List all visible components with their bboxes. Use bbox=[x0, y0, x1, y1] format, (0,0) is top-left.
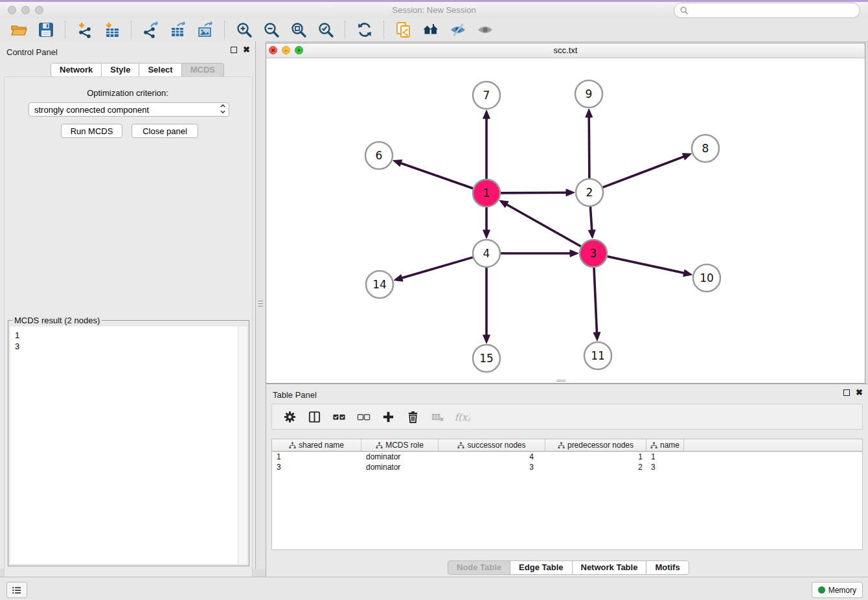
edge-2-8[interactable] bbox=[603, 156, 685, 187]
node-11[interactable]: 11 bbox=[584, 342, 611, 369]
table-cell[interactable]: 3 bbox=[646, 462, 684, 472]
export-table-button[interactable] bbox=[168, 21, 188, 39]
node-1[interactable]: 1 bbox=[473, 179, 500, 207]
table-cell[interactable]: 4 bbox=[439, 452, 545, 462]
node-3[interactable]: 3 bbox=[580, 240, 607, 267]
column-header-label: successor nodes bbox=[467, 441, 525, 450]
edge-1-6[interactable] bbox=[400, 163, 473, 189]
edge-2-9[interactable] bbox=[589, 116, 589, 178]
delete-column-icon bbox=[406, 410, 420, 424]
splitter-grip-icon bbox=[258, 301, 263, 301]
settings-gear-button[interactable] bbox=[281, 408, 298, 425]
network-canvas[interactable]: 7968124314101511 bbox=[266, 58, 865, 383]
zoom-selected-button[interactable] bbox=[316, 21, 336, 39]
edge-1-2[interactable] bbox=[501, 192, 567, 193]
control-tab-style[interactable]: Style bbox=[101, 63, 139, 77]
table-cell[interactable]: 1 bbox=[646, 452, 684, 462]
column-header-name[interactable]: name bbox=[646, 439, 684, 451]
hide-details-button[interactable] bbox=[448, 21, 468, 39]
mcds-result-text[interactable]: 1 3 bbox=[10, 327, 247, 564]
show-details-button[interactable] bbox=[475, 21, 495, 39]
node-7[interactable]: 7 bbox=[473, 82, 500, 109]
export-network-button[interactable] bbox=[141, 21, 161, 39]
refresh-button[interactable] bbox=[355, 21, 374, 39]
close-panel-icon[interactable]: ✖ bbox=[243, 47, 250, 53]
node-8[interactable]: 8 bbox=[692, 135, 719, 162]
edge-4-14[interactable] bbox=[401, 257, 473, 278]
control-tab-mcds[interactable]: MCDS bbox=[181, 63, 224, 77]
table-row[interactable]: 3dominator323 bbox=[272, 462, 862, 472]
select-stepper-icon bbox=[220, 103, 226, 117]
search-input[interactable] bbox=[692, 5, 854, 16]
zoom-out-icon bbox=[263, 21, 280, 38]
add-column-button[interactable] bbox=[380, 408, 396, 425]
table-cell[interactable]: 1 bbox=[545, 452, 646, 462]
zoom-fit-button[interactable] bbox=[289, 21, 308, 39]
float-panel-icon[interactable] bbox=[231, 47, 237, 53]
memory-label: Memory bbox=[828, 586, 856, 595]
table-cell[interactable]: 1 bbox=[272, 452, 361, 462]
task-history-button[interactable] bbox=[6, 582, 27, 598]
table-tab-node-table[interactable]: Node Table bbox=[448, 560, 510, 575]
table-cell[interactable]: 2 bbox=[545, 462, 646, 472]
open-file-button[interactable] bbox=[9, 21, 29, 39]
search-box[interactable] bbox=[674, 3, 860, 18]
column-header-successor-nodes[interactable]: successor nodes bbox=[439, 439, 545, 451]
edge-2-3[interactable] bbox=[590, 207, 591, 231]
table-panel-title: Table Panel bbox=[273, 390, 317, 400]
edge-3-10[interactable] bbox=[607, 257, 685, 273]
control-tab-select[interactable]: Select bbox=[139, 63, 181, 77]
home-button[interactable] bbox=[421, 21, 440, 39]
import-table-button[interactable] bbox=[102, 21, 122, 39]
export-image-button[interactable] bbox=[196, 21, 215, 39]
network-window-titlebar[interactable]: ✕ – + scc.txt bbox=[266, 43, 865, 58]
node-14[interactable]: 14 bbox=[366, 271, 393, 298]
optimization-select[interactable]: strongly connected component bbox=[29, 102, 229, 117]
optimization-select-value: strongly connected component bbox=[34, 105, 149, 115]
column-header-shared-name[interactable]: shared name bbox=[272, 439, 361, 451]
node-6[interactable]: 6 bbox=[365, 142, 393, 169]
export-table-icon bbox=[170, 21, 187, 38]
import-network-button[interactable] bbox=[75, 21, 95, 39]
svg-text:f(x): f(x) bbox=[455, 411, 470, 422]
select-all-checks-button[interactable] bbox=[330, 408, 347, 425]
table-cell[interactable]: dominator bbox=[361, 462, 439, 472]
column-header-predecessor-nodes[interactable]: predecessor nodes bbox=[545, 439, 646, 451]
column-header-MCDS-role[interactable]: MCDS role bbox=[361, 439, 439, 451]
table-row[interactable]: 1dominator411 bbox=[272, 452, 862, 462]
node-4[interactable]: 4 bbox=[473, 240, 500, 267]
float-table-panel-icon[interactable] bbox=[843, 389, 850, 396]
result-scrollbar[interactable] bbox=[238, 327, 247, 564]
delete-column-button[interactable] bbox=[404, 408, 421, 425]
run-mcds-button[interactable]: Run MCDS bbox=[61, 124, 122, 138]
table-tab-network-table[interactable]: Network Table bbox=[572, 560, 647, 575]
table-tab-motifs[interactable]: Motifs bbox=[646, 560, 689, 575]
edge-3-11[interactable] bbox=[594, 268, 597, 334]
close-panel-button[interactable]: Close panel bbox=[131, 124, 198, 138]
control-tab-network[interactable]: Network bbox=[51, 63, 102, 77]
table-cell[interactable]: 3 bbox=[439, 462, 545, 472]
table-toolbar: f(x) bbox=[271, 404, 863, 430]
node-2[interactable]: 2 bbox=[576, 179, 603, 206]
svg-text:3: 3 bbox=[590, 247, 597, 260]
edge-3-1[interactable] bbox=[506, 204, 581, 247]
delete-table-button bbox=[429, 408, 446, 425]
node-15[interactable]: 15 bbox=[473, 345, 500, 372]
edge-arrowhead-icon bbox=[586, 109, 593, 117]
column-header-label: predecessor nodes bbox=[567, 441, 634, 450]
zoom-out-button[interactable] bbox=[262, 21, 281, 39]
deselect-all-checks-button[interactable] bbox=[355, 408, 372, 425]
zoom-in-button[interactable] bbox=[234, 21, 254, 39]
table-cell[interactable]: dominator bbox=[361, 452, 439, 462]
panel-splitter[interactable] bbox=[256, 41, 266, 569]
memory-button[interactable]: Memory bbox=[812, 582, 863, 598]
clone-network-button[interactable] bbox=[394, 21, 413, 39]
split-columns-button[interactable] bbox=[306, 408, 323, 425]
table-tab-edge-table[interactable]: Edge Table bbox=[510, 560, 572, 575]
window-resize-grip-icon[interactable] bbox=[556, 379, 565, 382]
save-session-button[interactable] bbox=[36, 21, 56, 39]
node-9[interactable]: 9 bbox=[575, 80, 602, 108]
close-table-panel-icon[interactable]: ✖ bbox=[856, 389, 863, 396]
table-cell[interactable]: 3 bbox=[272, 462, 361, 472]
node-10[interactable]: 10 bbox=[693, 264, 720, 292]
